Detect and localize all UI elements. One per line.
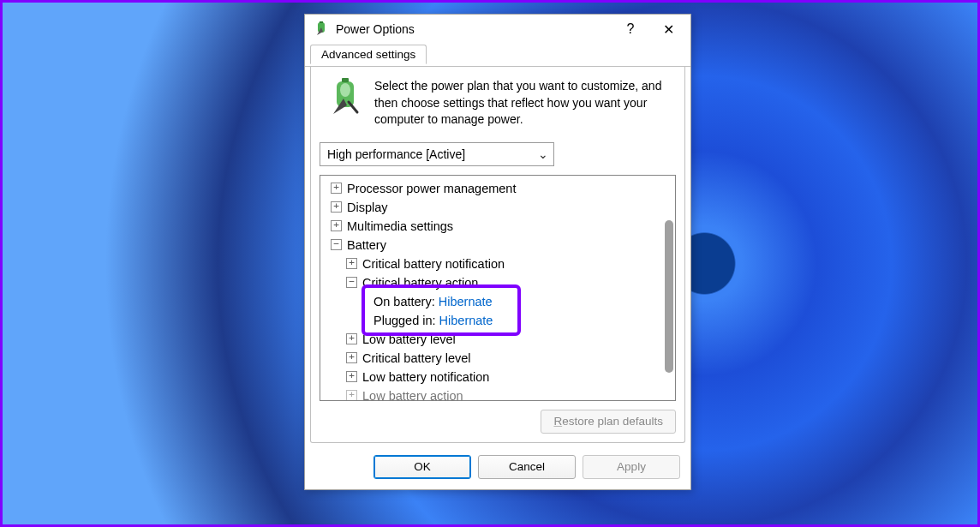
expand-icon[interactable]: + — [331, 201, 342, 213]
dialog-button-row: OK Cancel Apply — [305, 448, 690, 489]
tree-label: Battery — [347, 238, 386, 252]
tree-label: Processor power management — [347, 182, 516, 195]
tree-node-critical-level[interactable]: + Critical battery level — [322, 349, 673, 368]
chevron-down-icon: ⌄ — [538, 147, 548, 161]
scroll-thumb[interactable] — [665, 220, 673, 373]
intro-text: Select the power plan that you want to c… — [374, 78, 672, 129]
cancel-button[interactable]: Cancel — [478, 455, 576, 479]
tree-node-low-level[interactable]: + Low battery level — [322, 330, 673, 349]
apply-button[interactable]: Apply — [583, 455, 680, 479]
desktop-background: Power Options ? ✕ Advanced settings Sel — [0, 0, 980, 527]
tree-node-processor[interactable]: + Processor power management — [322, 179, 673, 198]
collapse-icon[interactable]: − — [346, 277, 357, 288]
tree-node-critical-notification[interactable]: + Critical battery notification — [322, 255, 673, 273]
expand-icon[interactable]: + — [346, 258, 357, 269]
tree-label: Multimedia settings — [347, 219, 453, 233]
power-plan-select[interactable]: High performance [Active] ⌄ — [320, 142, 554, 166]
dialog-title: Power Options — [336, 22, 612, 36]
tab-strip: Advanced settings — [305, 44, 690, 67]
help-button[interactable]: ? — [612, 16, 649, 42]
battery-plug-icon — [314, 21, 329, 37]
setting-value-link[interactable]: Hibernate — [439, 295, 493, 308]
expand-icon[interactable]: + — [346, 390, 357, 401]
tree-label: Low battery notification — [362, 370, 489, 384]
tree-node-critical-action[interactable]: − Critical battery action — [322, 273, 673, 292]
restore-defaults-button[interactable]: RRestore plan defaultsestore plan defaul… — [541, 410, 676, 434]
tree-label: Display — [347, 201, 388, 214]
svg-point-4 — [340, 83, 350, 97]
ok-button[interactable]: OK — [373, 455, 471, 479]
tree-node-display[interactable]: + Display — [322, 198, 673, 217]
expand-icon[interactable]: + — [346, 352, 357, 363]
expand-icon[interactable]: + — [331, 183, 342, 194]
tree-node-low-action[interactable]: + Low battery action — [322, 386, 673, 401]
tree-label: Low battery level — [362, 332, 456, 346]
close-button[interactable]: ✕ — [649, 16, 687, 42]
tree-node-battery[interactable]: − Battery — [322, 236, 673, 255]
tree-node-low-notification[interactable]: + Low battery notification — [322, 368, 673, 386]
tree-setting-plugged-in[interactable]: Plugged in: Hibernate — [322, 311, 673, 330]
tree-node-multimedia[interactable]: + Multimedia settings — [322, 217, 673, 236]
setting-label: Plugged in: — [373, 314, 436, 327]
expand-icon[interactable]: + — [346, 371, 357, 382]
svg-rect-3 — [342, 78, 349, 82]
intro-row: Select the power plan that you want to c… — [320, 75, 676, 142]
power-options-dialog: Power Options ? ✕ Advanced settings Sel — [304, 14, 691, 490]
tree-label: Critical battery action — [362, 276, 478, 290]
tree-label: Low battery action — [362, 389, 463, 401]
settings-tree[interactable]: + Processor power management + Display +… — [320, 175, 676, 401]
setting-label: On battery: — [373, 295, 435, 308]
tree-label: Critical battery level — [362, 351, 471, 365]
tree-label: Critical battery notification — [362, 257, 505, 271]
power-plan-selected: High performance [Active] — [327, 147, 465, 161]
expand-icon[interactable]: + — [331, 220, 342, 231]
battery-large-icon — [328, 78, 362, 129]
svg-rect-1 — [320, 21, 323, 23]
setting-value-link[interactable]: Hibernate — [439, 314, 493, 327]
tab-panel: Select the power plan that you want to c… — [310, 66, 685, 443]
tab-advanced-settings[interactable]: Advanced settings — [310, 45, 427, 64]
title-bar[interactable]: Power Options ? ✕ — [305, 15, 690, 44]
collapse-icon[interactable]: − — [331, 239, 342, 250]
tree-setting-on-battery[interactable]: On battery: Hibernate — [322, 292, 673, 311]
expand-icon[interactable]: + — [346, 333, 357, 344]
vertical-scrollbar[interactable] — [665, 177, 673, 398]
